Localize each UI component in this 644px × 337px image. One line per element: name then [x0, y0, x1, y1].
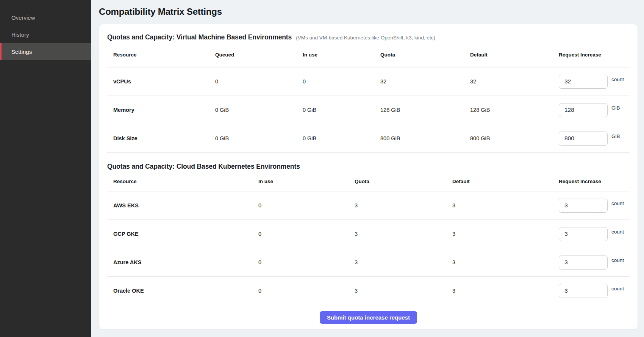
- cloud-section-heading: Quotas and Capacity: Cloud Based Kuberne…: [107, 163, 630, 172]
- cloud-col-default: Default: [446, 179, 553, 184]
- default-value: 3: [446, 288, 553, 294]
- unit-label: count: [611, 229, 624, 235]
- table-row-disk-size: Disk Size 0 GiB 0 GiB 800 GiB 800 GiB Gi…: [107, 124, 630, 153]
- aws-eks-request-input[interactable]: [559, 199, 608, 213]
- quotas-card: Quotas and Capacity: Virtual Machine Bas…: [99, 24, 638, 330]
- quota-value: 3: [349, 231, 446, 237]
- vm-col-request-increase: Request Increase: [553, 52, 630, 58]
- quota-value: 800 GiB: [374, 135, 464, 141]
- quota-value: 128 GiB: [374, 107, 464, 113]
- row-label: AWS EKS: [107, 202, 252, 208]
- default-value: 800 GiB: [464, 135, 553, 141]
- in-use-value: 0: [297, 78, 374, 85]
- row-label: Azure AKS: [107, 259, 252, 265]
- vm-col-queued: Queued: [209, 52, 297, 58]
- default-value: 3: [446, 231, 553, 237]
- row-label: Disk Size: [107, 135, 209, 141]
- table-row-vcpus: vCPUs 0 0 32 32 count: [107, 67, 630, 96]
- oracle-oke-request-input[interactable]: [559, 284, 608, 298]
- queued-value: 0 GiB: [209, 135, 297, 141]
- in-use-value: 0: [252, 288, 349, 294]
- row-label: GCP GKE: [107, 231, 252, 237]
- sidebar-item-overview[interactable]: Overview: [0, 9, 91, 26]
- sidebar: Overview History Settings: [0, 0, 91, 337]
- azure-aks-request-input[interactable]: [559, 255, 608, 270]
- sidebar-item-settings[interactable]: Settings: [0, 43, 91, 60]
- in-use-value: 0: [252, 202, 349, 208]
- vm-section-heading: Quotas and Capacity: Virtual Machine Bas…: [107, 33, 630, 42]
- request-increase-cell: GiB: [553, 103, 630, 117]
- submit-quota-button[interactable]: Submit quota increase request: [320, 311, 417, 324]
- sidebar-item-history[interactable]: History: [0, 26, 91, 43]
- default-value: 3: [446, 259, 553, 265]
- row-label: Memory: [107, 107, 209, 113]
- quota-value: 3: [349, 202, 446, 208]
- page-title: Compatibility Matrix Settings: [99, 6, 638, 17]
- unit-label: GiB: [611, 133, 620, 139]
- card-footer: Submit quota increase request: [107, 305, 630, 329]
- vm-col-default: Default: [464, 52, 553, 58]
- queued-value: 0: [209, 78, 297, 85]
- table-row-gcp-gke: GCP GKE 0 3 3 count: [107, 220, 630, 248]
- cloud-col-request-increase: Request Increase: [553, 179, 630, 184]
- main-content: Compatibility Matrix Settings Quotas and…: [91, 0, 644, 337]
- in-use-value: 0 GiB: [297, 135, 374, 141]
- request-increase-cell: count: [553, 227, 630, 241]
- table-row-oracle-oke: Oracle OKE 0 3 3 count: [107, 277, 630, 305]
- request-increase-cell: count: [553, 284, 630, 298]
- cloud-col-quota: Quota: [349, 179, 446, 184]
- in-use-value: 0: [252, 259, 349, 265]
- in-use-value: 0: [252, 231, 349, 237]
- queued-value: 0 GiB: [209, 107, 297, 113]
- vm-col-quota: Quota: [374, 52, 464, 58]
- vm-col-in-use: In use: [297, 52, 374, 58]
- vm-section-title: Quotas and Capacity: Virtual Machine Bas…: [107, 33, 292, 41]
- default-value: 128 GiB: [464, 107, 553, 113]
- row-label: Oracle OKE: [107, 288, 252, 294]
- request-increase-cell: count: [553, 255, 630, 270]
- vm-col-resource: Resource: [107, 52, 209, 58]
- default-value: 32: [464, 78, 553, 85]
- vm-section-note: (VMs and VM-based Kubernetes like OpenSh…: [296, 35, 435, 41]
- unit-label: count: [611, 286, 624, 292]
- cloud-table-header: Resource In use Quota Default Request In…: [107, 172, 630, 191]
- vm-table-header: Resource Queued In use Quota Default Req…: [107, 42, 630, 67]
- cloud-col-resource: Resource: [107, 179, 252, 184]
- unit-label: count: [611, 257, 624, 263]
- quota-value: 3: [349, 259, 446, 265]
- cloud-col-in-use: In use: [252, 179, 349, 184]
- quota-value: 3: [349, 288, 446, 294]
- table-row-aws-eks: AWS EKS 0 3 3 count: [107, 191, 630, 220]
- unit-label: count: [611, 201, 624, 206]
- request-increase-cell: GiB: [553, 132, 630, 146]
- in-use-value: 0 GiB: [297, 107, 374, 113]
- table-row-memory: Memory 0 GiB 0 GiB 128 GiB 128 GiB GiB: [107, 96, 630, 124]
- unit-label: GiB: [611, 105, 620, 111]
- quota-value: 32: [374, 78, 464, 85]
- memory-request-input[interactable]: [559, 103, 608, 117]
- table-row-azure-aks: Azure AKS 0 3 3 count: [107, 248, 630, 277]
- default-value: 3: [446, 202, 553, 208]
- disk-size-request-input[interactable]: [559, 132, 608, 146]
- request-increase-cell: count: [553, 199, 630, 213]
- vcpus-request-input[interactable]: [559, 75, 608, 89]
- app-root: Overview History Settings Compatibility …: [0, 0, 644, 337]
- unit-label: count: [611, 77, 624, 82]
- sidebar-nav: Overview History Settings: [0, 9, 91, 60]
- cloud-section-title: Quotas and Capacity: Cloud Based Kuberne…: [107, 163, 300, 171]
- request-increase-cell: count: [553, 75, 630, 89]
- gcp-gke-request-input[interactable]: [559, 227, 608, 241]
- row-label: vCPUs: [107, 78, 209, 85]
